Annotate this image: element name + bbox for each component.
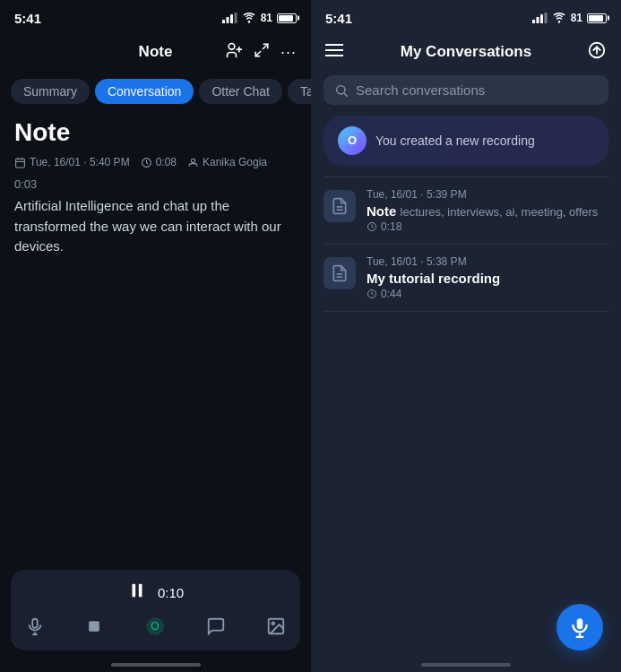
- conv-title-1: Note lectures, interviews, ai, meeting, …: [367, 203, 608, 219]
- conv-tags-1: lectures, interviews, ai, meeting, offer…: [401, 205, 599, 219]
- home-indicator-right: [421, 663, 511, 667]
- battery-icon-right: [587, 13, 607, 23]
- conv-title-bold-2: My tutorial recording: [367, 271, 500, 286]
- svg-rect-3: [234, 13, 237, 23]
- pause-icon: [127, 581, 147, 600]
- chat-icon: [206, 616, 226, 636]
- image-icon: [266, 616, 286, 636]
- stop-button[interactable]: [85, 617, 103, 640]
- wifi-icon: [242, 13, 256, 23]
- tab-otter-chat[interactable]: Otter Chat: [199, 79, 282, 104]
- otter-avatar: O: [338, 126, 367, 155]
- svg-rect-2: [230, 14, 233, 23]
- svg-rect-29: [544, 13, 547, 23]
- battery-icon-left: [277, 13, 297, 23]
- note-title-section: Note: [0, 111, 311, 151]
- otter-ai-button[interactable]: O: [144, 616, 166, 642]
- status-bar-right: 5:41 81: [311, 0, 621, 32]
- player-controls: 0:10: [25, 581, 286, 605]
- upload-button[interactable]: [587, 40, 607, 65]
- battery-right: 81: [571, 12, 582, 24]
- player-time: 0:10: [158, 585, 184, 600]
- note-content: Artificial Intelligence and chat up the …: [0, 193, 311, 261]
- conversation-item[interactable]: Tue, 16/01 · 5:39 PM Note lectures, inte…: [311, 177, 621, 244]
- note-meta: Tue, 16/01 · 5:40 PM 0:08 Kanika Gogia: [0, 151, 311, 174]
- search-icon: [334, 83, 349, 98]
- mic-fab-button[interactable]: [556, 604, 603, 650]
- svg-rect-1: [226, 17, 229, 23]
- search-input[interactable]: Search conversations: [356, 82, 485, 98]
- svg-point-25: [272, 622, 274, 625]
- wifi-icon-right: [552, 13, 566, 23]
- svg-rect-28: [540, 14, 543, 23]
- conversations-title: My Conversations: [401, 43, 531, 61]
- note-header-actions: ···: [225, 41, 297, 63]
- chat-bubble-button[interactable]: [206, 616, 226, 641]
- stop-icon: [85, 617, 103, 635]
- conv-icon-2: [323, 257, 356, 289]
- conv-date-2: Tue, 16/01 · 5:38 PM: [367, 255, 608, 268]
- svg-point-15: [191, 159, 194, 162]
- person-icon: [187, 157, 199, 168]
- svg-rect-18: [32, 619, 38, 628]
- conversation-item-2[interactable]: Tue, 16/01 · 5:38 PM My tutorial recordi…: [311, 245, 621, 311]
- svg-line-9: [255, 52, 260, 56]
- otter-logo: O: [341, 130, 363, 151]
- status-bar-left: 5:41 81: [0, 0, 311, 32]
- duration-clock-icon-1: [367, 221, 377, 232]
- image-button[interactable]: [266, 616, 286, 641]
- signal-icon-right: [532, 13, 548, 23]
- note-duration: 0:08: [141, 156, 177, 168]
- svg-line-8: [263, 44, 267, 48]
- note-header-title: Note: [139, 43, 173, 61]
- svg-rect-21: [89, 621, 99, 632]
- conv-icon-1: [323, 190, 356, 222]
- battery-left: 81: [261, 12, 272, 24]
- mic-toggle-button[interactable]: [25, 616, 45, 641]
- home-indicator-left: [111, 663, 201, 667]
- svg-point-35: [337, 85, 345, 93]
- conv-date-1: Tue, 16/01 · 5:39 PM: [367, 188, 608, 201]
- svg-point-4: [247, 21, 249, 22]
- time-left: 5:41: [14, 11, 41, 26]
- tab-takeaways[interactable]: Takeaw...: [288, 79, 311, 104]
- note-timestamp: 0:03: [0, 174, 311, 193]
- microphone-icon: [25, 616, 45, 636]
- status-icons-left: 81: [222, 12, 297, 24]
- svg-rect-0: [222, 20, 225, 23]
- player-toolbar: O: [25, 612, 286, 642]
- svg-line-36: [344, 93, 348, 97]
- new-recording-banner[interactable]: O You created a new recording: [323, 116, 608, 166]
- pause-button[interactable]: [127, 581, 147, 605]
- conv-duration-2: 0:44: [367, 288, 608, 300]
- svg-text:O: O: [151, 620, 159, 633]
- search-bar[interactable]: Search conversations: [323, 75, 608, 105]
- note-date: Tue, 16/01 · 5:40 PM: [14, 156, 130, 168]
- tabs-row: Summary Conversation Otter Chat Takeaw..…: [0, 72, 311, 111]
- duration-clock-icon-2: [367, 289, 377, 299]
- tab-summary[interactable]: Summary: [11, 79, 90, 104]
- calendar-icon: [14, 157, 26, 168]
- status-icons-right: 81: [532, 12, 607, 24]
- document-icon-2: [331, 264, 349, 282]
- svg-rect-17: [139, 584, 142, 598]
- note-title: Note: [14, 118, 297, 147]
- upload-icon: [587, 40, 607, 60]
- right-panel: 5:41 81: [311, 0, 621, 672]
- more-options-button[interactable]: ···: [280, 43, 297, 62]
- tab-conversation[interactable]: Conversation: [95, 79, 194, 104]
- left-panel: 5:41 81 Note: [0, 0, 311, 672]
- svg-rect-26: [532, 20, 535, 23]
- note-author: Kanika Gogia: [187, 156, 267, 168]
- menu-button[interactable]: [325, 43, 343, 62]
- conv-title-bold-1: Note: [367, 203, 396, 219]
- svg-point-5: [229, 44, 235, 50]
- note-header: Note ···: [0, 32, 311, 72]
- hamburger-icon: [325, 43, 343, 57]
- expand-button[interactable]: [254, 42, 270, 62]
- add-person-button[interactable]: [225, 41, 243, 63]
- mic-fab-icon: [568, 616, 591, 639]
- signal-icon: [222, 13, 237, 23]
- svg-rect-45: [577, 618, 583, 629]
- conv-title-2: My tutorial recording: [367, 271, 608, 286]
